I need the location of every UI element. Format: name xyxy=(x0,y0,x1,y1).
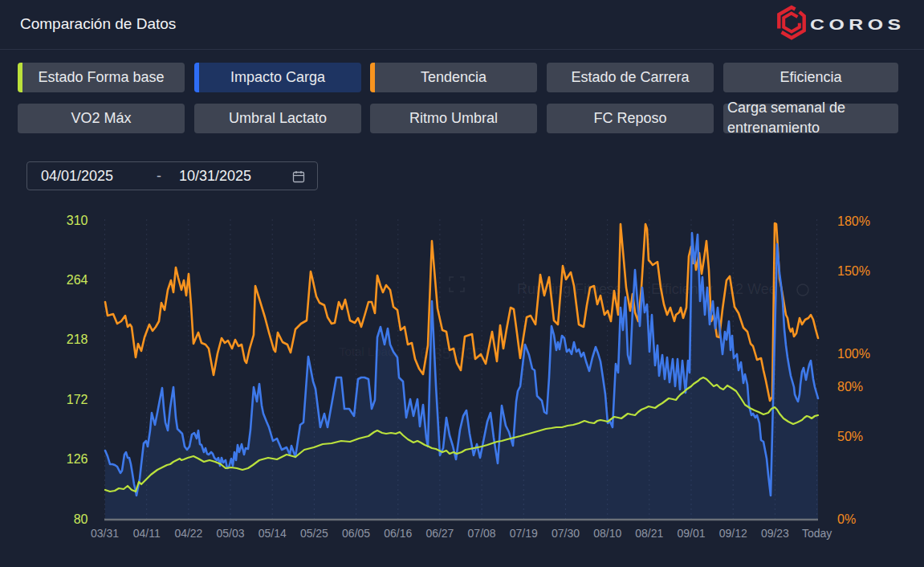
svg-text:218: 218 xyxy=(67,332,88,346)
svg-text:05/03: 05/03 xyxy=(216,527,244,540)
svg-text:80: 80 xyxy=(74,512,88,526)
svg-text:07/08: 07/08 xyxy=(468,527,496,540)
svg-text:180%: 180% xyxy=(837,214,870,228)
svg-text:0%: 0% xyxy=(837,512,856,526)
svg-text:172: 172 xyxy=(67,393,88,406)
svg-text:06/05: 06/05 xyxy=(342,527,370,540)
svg-text:05/25: 05/25 xyxy=(300,527,328,540)
svg-text:126: 126 xyxy=(67,452,88,466)
svg-text:06/16: 06/16 xyxy=(384,527,412,540)
svg-text:264: 264 xyxy=(67,273,88,287)
svg-text:07/30: 07/30 xyxy=(552,527,580,540)
svg-text:04/11: 04/11 xyxy=(133,527,161,540)
svg-text:05/14: 05/14 xyxy=(258,527,287,540)
svg-text:100%: 100% xyxy=(837,347,870,361)
svg-text:09/12: 09/12 xyxy=(719,527,747,540)
svg-text:12 Wee: 12 Wee xyxy=(727,281,777,297)
svg-text:310: 310 xyxy=(67,214,88,227)
svg-text:Today: Today xyxy=(802,527,832,540)
svg-text:07/19: 07/19 xyxy=(510,527,538,540)
svg-text:09/23: 09/23 xyxy=(761,527,789,540)
svg-text:03/31: 03/31 xyxy=(91,527,119,540)
svg-text:Running Fitness: Running Fitness xyxy=(517,281,621,297)
svg-text:08/10: 08/10 xyxy=(593,527,621,540)
svg-text:09/01: 09/01 xyxy=(677,527,705,540)
svg-text:80%: 80% xyxy=(837,380,863,394)
svg-text:04/22: 04/22 xyxy=(174,527,202,540)
svg-text:150%: 150% xyxy=(837,264,870,278)
svg-text:08/21: 08/21 xyxy=(635,527,663,540)
svg-text:06/27: 06/27 xyxy=(425,527,454,540)
svg-text:50%: 50% xyxy=(837,430,863,443)
